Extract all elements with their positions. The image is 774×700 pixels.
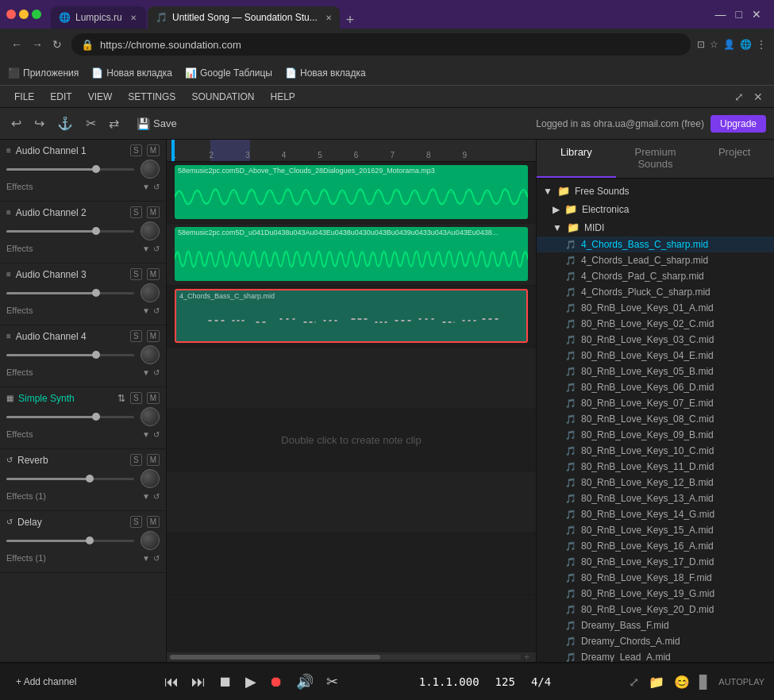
lib-item-1[interactable]: 🎵 4_Chords_Lead_C_sharp.mid bbox=[537, 252, 774, 268]
track-lane-7[interactable] bbox=[167, 533, 536, 595]
track-1-effects-dropdown[interactable]: ▼ bbox=[142, 183, 150, 191]
lib-item-6[interactable]: 🎵 80_RnB_Love_Keys_03_C.mid bbox=[537, 332, 774, 348]
track-5-effects-btn[interactable]: ↺ bbox=[153, 430, 160, 439]
undo-btn[interactable]: ↩ bbox=[8, 113, 25, 134]
track-6-s-btn[interactable]: S bbox=[130, 454, 142, 466]
expand-icon[interactable]: ⤢ bbox=[730, 90, 749, 103]
menu-view[interactable]: VIEW bbox=[80, 86, 121, 107]
track-4-m-btn[interactable]: M bbox=[147, 330, 160, 342]
track-3-m-btn[interactable]: M bbox=[147, 268, 160, 280]
track-5-effects-dropdown[interactable]: ▼ bbox=[142, 430, 150, 439]
lib-item-20[interactable]: 🎵 80_RnB_Love_Keys_17_D.mid bbox=[537, 554, 774, 570]
lib-item-24[interactable]: 🎵 Dreamy_Bass_F.mid bbox=[537, 617, 774, 633]
lib-item-11[interactable]: 🎵 80_RnB_Love_Keys_08_C.mid bbox=[537, 411, 774, 427]
h-scrollbar-track[interactable] bbox=[170, 655, 521, 660]
lib-item-8[interactable]: 🎵 80_RnB_Love_Keys_05_B.mid bbox=[537, 363, 774, 379]
reload-btn[interactable]: ↻ bbox=[49, 37, 65, 52]
bookmark-sheets[interactable]: 📊 Google Таблицы bbox=[185, 67, 272, 79]
rewind-btn[interactable]: ⏮ bbox=[161, 672, 182, 692]
menu-edit[interactable]: EDIT bbox=[42, 86, 79, 107]
record-btn[interactable]: ⏺ bbox=[266, 672, 287, 692]
track-7-effects-dropdown[interactable]: ▼ bbox=[142, 554, 150, 563]
loop-btn[interactable]: 🔊 bbox=[293, 671, 317, 692]
emoji-icon[interactable]: 😊 bbox=[674, 675, 690, 690]
win-restore-icon[interactable]: □ bbox=[736, 8, 742, 21]
track-5-volume-slider[interactable] bbox=[6, 416, 134, 418]
lib-item-4[interactable]: 🎵 80_RnB_Love_Keys_01_A.mid bbox=[537, 300, 774, 316]
track-6-effects-dropdown[interactable]: ▼ bbox=[142, 492, 150, 501]
track-7-s-btn[interactable]: S bbox=[130, 516, 142, 528]
tab-library[interactable]: Library bbox=[537, 140, 616, 178]
audio-clip-1[interactable]: 58emusic2pc.com5D_Above_The_Clouds_28Dia… bbox=[175, 165, 528, 219]
lib-item-2[interactable]: 🎵 4_Chords_Pad_C_sharp.mid bbox=[537, 268, 774, 284]
lib-item-26[interactable]: 🎵 Dreamy_Lead_A.mid bbox=[537, 649, 774, 662]
fast-forward-btn[interactable]: ⏭ bbox=[188, 672, 209, 692]
menu-help[interactable]: HELP bbox=[263, 86, 303, 107]
bookmark-icon[interactable]: ☆ bbox=[710, 39, 718, 50]
export-icon[interactable]: ⤢ bbox=[629, 675, 639, 690]
track-7-m-btn[interactable]: M bbox=[147, 516, 160, 528]
lib-item-17[interactable]: 🎵 80_RnB_Love_Keys_14_G.mid bbox=[537, 506, 774, 522]
back-btn[interactable]: ← bbox=[8, 37, 25, 52]
lib-item-9[interactable]: 🎵 80_RnB_Love_Keys_06_D.mid bbox=[537, 379, 774, 395]
bookmark-newtab2[interactable]: 📄 Новая вкладка bbox=[285, 67, 366, 79]
upgrade-btn[interactable]: Upgrade bbox=[710, 115, 766, 133]
track-3-effects-dropdown[interactable]: ▼ bbox=[142, 306, 150, 315]
tab-project[interactable]: Project bbox=[695, 140, 774, 178]
menu-settings[interactable]: SETTINGS bbox=[120, 86, 183, 107]
close-app-icon[interactable]: ✕ bbox=[749, 90, 768, 103]
add-channel-btn[interactable]: + Add channel bbox=[10, 673, 83, 690]
lib-item-16[interactable]: 🎵 80_RnB_Love_Keys_13_A.mid bbox=[537, 490, 774, 506]
h-scrollbar-thumb[interactable] bbox=[170, 655, 380, 660]
track-2-s-btn[interactable]: S bbox=[130, 206, 142, 218]
lib-item-3[interactable]: 🎵 4_Chords_Pluck_C_sharp.mid bbox=[537, 284, 774, 300]
menu-dots-icon[interactable]: ⋮ bbox=[757, 39, 766, 50]
cast-icon[interactable]: ⊡ bbox=[697, 39, 705, 50]
tab-soundation[interactable]: 🎵 Untitled Song — Soundation Stu... ✕ bbox=[148, 6, 340, 29]
lib-item-15[interactable]: 🎵 80_RnB_Love_Keys_12_B.mid bbox=[537, 475, 774, 490]
track-6-effects-btn[interactable]: ↺ bbox=[153, 492, 160, 501]
timeline-scrollbar[interactable]: + bbox=[167, 652, 536, 662]
track-1-m-btn[interactable]: M bbox=[147, 144, 160, 156]
redo-btn[interactable]: ↪ bbox=[31, 113, 48, 134]
track-6-m-btn[interactable]: M bbox=[147, 454, 160, 466]
tab-premium[interactable]: Premium Sounds bbox=[616, 140, 695, 178]
folder-electronica[interactable]: ▶ 📁 Electronica bbox=[537, 200, 774, 218]
track-4-s-btn[interactable]: S bbox=[130, 330, 142, 342]
track-4-pan-knob[interactable] bbox=[141, 345, 160, 364]
track-5-m-btn[interactable]: M bbox=[147, 392, 160, 404]
lib-item-25[interactable]: 🎵 Dreamy_Chords_A.mid bbox=[537, 633, 774, 649]
track-4-effects-dropdown[interactable]: ▼ bbox=[142, 368, 150, 377]
track-1-volume-slider[interactable] bbox=[6, 168, 134, 171]
lib-item-21[interactable]: 🎵 80_RnB_Love_Keys_18_F.mid bbox=[537, 570, 774, 586]
track-3-s-btn[interactable]: S bbox=[130, 268, 142, 280]
track-6-pan-knob[interactable] bbox=[141, 469, 160, 488]
track-7-volume-slider[interactable] bbox=[6, 540, 134, 542]
play-btn[interactable]: ▶ bbox=[242, 671, 260, 692]
scroll-add-btn[interactable]: + bbox=[521, 652, 533, 662]
track-2-m-btn[interactable]: M bbox=[147, 206, 160, 218]
globe-icon[interactable]: 🌐 bbox=[740, 39, 752, 50]
track-6-volume-slider[interactable] bbox=[6, 478, 134, 480]
track-4-effects-btn[interactable]: ↺ bbox=[153, 368, 160, 377]
track-2-pan-knob[interactable] bbox=[141, 221, 160, 240]
track-3-pan-knob[interactable] bbox=[141, 283, 160, 302]
timeline-ruler[interactable]: 1 2 3 4 5 6 7 8 9 bbox=[167, 140, 536, 162]
profile-icon[interactable]: 👤 bbox=[723, 39, 735, 50]
tab-lumpics[interactable]: 🌐 Lumpics.ru ✕ bbox=[51, 6, 146, 29]
track-3-volume-slider[interactable] bbox=[6, 292, 134, 294]
tab-close-active-btn[interactable]: ✕ bbox=[325, 13, 332, 22]
lib-item-23[interactable]: 🎵 80_RnB_Love_Keys_20_D.mid bbox=[537, 602, 774, 617]
track-lane-6[interactable] bbox=[167, 471, 536, 533]
magnet-btn[interactable]: ⚓ bbox=[54, 113, 76, 134]
track-5-pan-knob[interactable] bbox=[141, 407, 160, 426]
track-7-effects-btn[interactable]: ↺ bbox=[153, 554, 160, 563]
lib-item-5[interactable]: 🎵 80_RnB_Love_Keys_02_C.mid bbox=[537, 316, 774, 332]
maximize-window-btn[interactable] bbox=[32, 10, 41, 19]
folder-icon[interactable]: 📁 bbox=[649, 675, 664, 690]
lib-item-13[interactable]: 🎵 80_RnB_Love_Keys_10_C.mid bbox=[537, 443, 774, 459]
lib-item-10[interactable]: 🎵 80_RnB_Love_Keys_07_E.mid bbox=[537, 395, 774, 411]
folder-midi[interactable]: ▼ 📁 MIDI bbox=[537, 218, 774, 237]
scissors-btn[interactable]: ✂ bbox=[83, 113, 99, 134]
track-4-volume-slider[interactable] bbox=[6, 354, 134, 356]
